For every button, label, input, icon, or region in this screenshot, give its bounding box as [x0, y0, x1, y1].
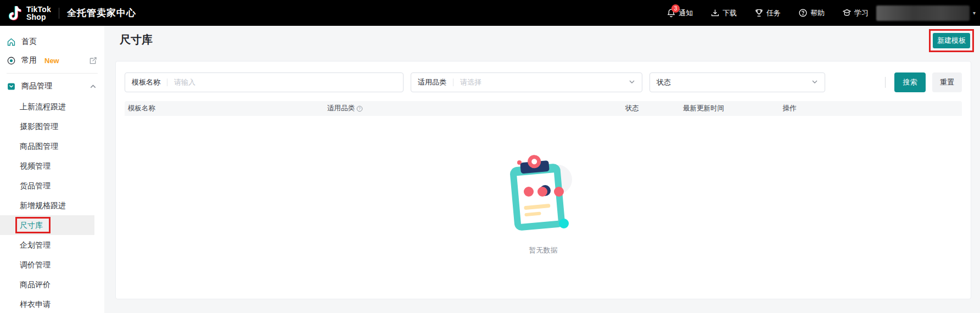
sidebar-item-home[interactable]: 首页 [0, 32, 104, 51]
empty-text: 暂无数据 [125, 245, 962, 255]
new-template-button[interactable]: 新建模板 [933, 33, 970, 48]
account-caret-icon[interactable]: ▾ [973, 10, 976, 16]
help-button[interactable]: 帮助 [798, 8, 825, 18]
field-divider [453, 79, 453, 86]
category-select[interactable]: 适用品类 请选择 [411, 72, 642, 92]
favorites-icon [7, 56, 16, 65]
trophy-icon [754, 8, 764, 18]
filter-bar: 模板名称 请输入 适用品类 请选择 状态 搜索 重置 [125, 72, 962, 92]
tiktok-note-icon [9, 5, 23, 21]
sidebar-item-sample-request[interactable]: 样衣申请 [0, 294, 94, 313]
account-blurred[interactable] [876, 5, 970, 21]
column-status: 状态 [622, 104, 680, 113]
learn-icon [842, 8, 852, 18]
download-icon [710, 8, 720, 18]
category-placeholder: 请选择 [460, 77, 481, 87]
download-button[interactable]: 下载 [710, 8, 737, 18]
sidebar-item-favorites[interactable]: 常用 New [0, 51, 104, 70]
sidebar: 首页 常用 New 商品管理 上新流程跟进 摄影图管理 商品图管理 视频管理 货… [0, 26, 104, 313]
sidebar-item-spec-followup[interactable]: 新增规格跟进 [0, 195, 94, 215]
new-badge: New [44, 57, 59, 65]
table-header: 模板名称 适用品类 ? 状态 最新更新时间 操作 [125, 101, 962, 116]
template-name-input[interactable]: 模板名称 请输入 [125, 72, 404, 92]
column-category: 适用品类 ? [324, 104, 622, 113]
svg-text:?: ? [359, 107, 361, 110]
template-name-placeholder: 请输入 [174, 77, 195, 87]
chevron-down-icon [811, 77, 818, 87]
column-template-name: 模板名称 [125, 104, 324, 113]
sidebar-item-price-adjustment[interactable]: 调价管理 [0, 255, 94, 275]
notification-badge: 3 [671, 4, 680, 13]
sidebar-divider [7, 73, 98, 74]
learn-button[interactable]: 学习 [842, 8, 869, 18]
empty-clipboard-illustration [502, 143, 585, 236]
sidebar-item-goods-management[interactable]: 货品管理 [0, 176, 94, 195]
info-icon[interactable]: ? [356, 105, 363, 112]
brand-wordmark: TikTok Shop [26, 5, 51, 21]
empty-state: 暂无数据 [125, 143, 962, 255]
sidebar-item-planning-management[interactable]: 企划管理 [0, 235, 94, 255]
button-divider [885, 77, 886, 88]
sidebar-item-video-management[interactable]: 视频管理 [0, 156, 94, 176]
sidebar-item-launch-followup[interactable]: 上新流程跟进 [0, 97, 94, 116]
app-title: 全托管卖家中心 [67, 7, 136, 19]
page-title: 尺寸库 [120, 32, 153, 47]
help-icon [798, 8, 808, 18]
top-header: TikTok Shop 全托管卖家中心 3 通知 下载 任务 [0, 0, 980, 26]
header-nav: 3 通知 下载 任务 帮助 学习 [667, 8, 869, 18]
sidebar-item-product-reviews[interactable]: 商品评价 [0, 275, 94, 294]
header-divider [59, 8, 59, 19]
field-divider [167, 79, 167, 86]
tiktok-shop-logo[interactable]: TikTok Shop [9, 5, 51, 21]
sidebar-group-products[interactable]: 商品管理 [0, 77, 104, 96]
product-submenu: 上新流程跟进 摄影图管理 商品图管理 视频管理 货品管理 新增规格跟进 尺寸库 … [0, 97, 104, 313]
home-icon [7, 37, 16, 47]
main-content: 尺寸库 新建模板 模板名称 请输入 适用品类 请选择 状态 [104, 26, 980, 313]
red-annotation-box-button: 新建模板 [929, 29, 974, 52]
column-updated-time: 最新更新时间 [680, 104, 779, 113]
status-select[interactable]: 状态 [649, 72, 825, 92]
sidebar-item-product-image[interactable]: 商品图管理 [0, 136, 94, 156]
edit-icon[interactable] [88, 56, 98, 65]
notifications-button[interactable]: 3 通知 [667, 8, 693, 18]
reset-button[interactable]: 重置 [932, 72, 962, 92]
chevron-down-icon [629, 77, 635, 87]
product-management-icon [7, 82, 16, 91]
content-card: 模板名称 请输入 适用品类 请选择 状态 搜索 重置 [115, 61, 971, 299]
column-actions: 操作 [780, 104, 962, 113]
search-button[interactable]: 搜索 [894, 72, 926, 92]
tasks-button[interactable]: 任务 [754, 8, 781, 18]
chevron-up-icon[interactable] [88, 82, 98, 91]
table-body: 暂无数据 [125, 116, 962, 297]
sidebar-item-size-library[interactable]: 尺寸库 [0, 215, 94, 235]
sidebar-item-photo-management[interactable]: 摄影图管理 [0, 116, 94, 136]
